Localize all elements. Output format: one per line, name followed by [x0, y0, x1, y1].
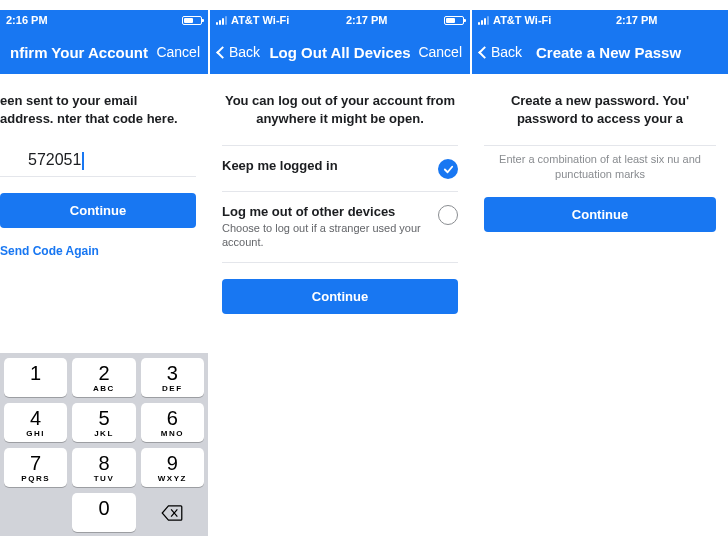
- option-log-out-others[interactable]: Log me out of other devices Choose to lo…: [222, 192, 458, 262]
- key-8[interactable]: 8TUV: [72, 448, 135, 487]
- instruction-text: een sent to your email address. nter tha…: [0, 92, 196, 127]
- chevron-left-icon: [478, 46, 491, 59]
- content: Create a new password. You' password to …: [472, 74, 728, 232]
- radio-unselected-icon: [438, 205, 458, 225]
- key-9[interactable]: 9WXYZ: [141, 448, 204, 487]
- cancel-button[interactable]: Cancel: [412, 44, 462, 60]
- key-7[interactable]: 7PQRS: [4, 448, 67, 487]
- text-caret: [82, 152, 84, 170]
- screen-create-password: AT&T Wi-Fi 2:17 PM Back Create a New Pas…: [472, 10, 728, 536]
- carrier-label: AT&T Wi-Fi: [231, 14, 289, 26]
- nav-bar: nfirm Your Account Cancel: [0, 30, 208, 74]
- code-value: 572051: [28, 151, 81, 168]
- nav-title: Create a New Passw: [530, 44, 720, 61]
- option-title: Keep me logged in: [222, 158, 428, 173]
- key-2[interactable]: 2ABC: [72, 358, 135, 397]
- option-subtitle: Choose to log out if a stranger used you…: [222, 221, 428, 250]
- backspace-icon: [161, 505, 183, 521]
- signal-icon: [478, 16, 489, 25]
- status-bar: AT&T Wi-Fi 2:17 PM: [472, 10, 728, 30]
- instruction-text: Create a new password. You' password to …: [484, 92, 716, 127]
- password-hint: Enter a combination of at least six nu a…: [484, 152, 716, 183]
- key-6[interactable]: 6MNO: [141, 403, 204, 442]
- cancel-button[interactable]: Cancel: [150, 44, 200, 60]
- radio-selected-icon: [438, 159, 458, 179]
- back-button[interactable]: Back: [218, 44, 268, 60]
- status-right: [182, 16, 202, 25]
- instruction-text: You can log out of your account from any…: [222, 92, 458, 127]
- chevron-left-icon: [216, 46, 229, 59]
- nav-title: Log Out All Devices: [268, 44, 412, 61]
- key-5[interactable]: 5JKL: [72, 403, 135, 442]
- nav-title: nfirm Your Account: [8, 44, 150, 61]
- numeric-keypad: 1 2ABC 3DEF 4GHI 5JKL 6MNO 7PQRS 8TUV 9W…: [0, 353, 208, 536]
- divider: [0, 176, 196, 177]
- status-time: 2:17 PM: [346, 14, 388, 26]
- status-bar: 2:16 PM: [0, 10, 208, 30]
- key-4[interactable]: 4GHI: [4, 403, 67, 442]
- battery-icon: [182, 16, 202, 25]
- divider: [484, 145, 716, 146]
- content: You can log out of your account from any…: [210, 74, 470, 314]
- option-keep-logged-in[interactable]: Keep me logged in: [222, 146, 458, 191]
- content: een sent to your email address. nter tha…: [0, 74, 208, 258]
- status-time: 2:16 PM: [6, 14, 48, 26]
- status-time: 2:17 PM: [616, 14, 658, 26]
- carrier-label: AT&T Wi-Fi: [493, 14, 551, 26]
- code-input[interactable]: 572051: [28, 145, 196, 176]
- signal-icon: [216, 16, 227, 25]
- nav-bar: Back Create a New Passw: [472, 30, 728, 74]
- key-3[interactable]: 3DEF: [141, 358, 204, 397]
- status-bar: AT&T Wi-Fi 2:17 PM: [210, 10, 470, 30]
- option-title: Log me out of other devices: [222, 204, 428, 219]
- key-backspace[interactable]: [141, 493, 204, 532]
- continue-button[interactable]: Continue: [0, 193, 196, 228]
- nav-bar: Back Log Out All Devices Cancel: [210, 30, 470, 74]
- screen-log-out-devices: AT&T Wi-Fi 2:17 PM Back Log Out All Devi…: [210, 10, 470, 536]
- key-0[interactable]: 0: [72, 493, 135, 532]
- battery-icon: [444, 16, 464, 25]
- key-1[interactable]: 1: [4, 358, 67, 397]
- back-button[interactable]: Back: [480, 44, 530, 60]
- divider: [222, 262, 458, 263]
- screen-confirm-account: 2:16 PM nfirm Your Account Cancel een se…: [0, 10, 208, 536]
- continue-button[interactable]: Continue: [484, 197, 716, 232]
- continue-button[interactable]: Continue: [222, 279, 458, 314]
- send-code-again-link[interactable]: Send Code Again: [0, 244, 196, 258]
- key-blank: [4, 493, 67, 532]
